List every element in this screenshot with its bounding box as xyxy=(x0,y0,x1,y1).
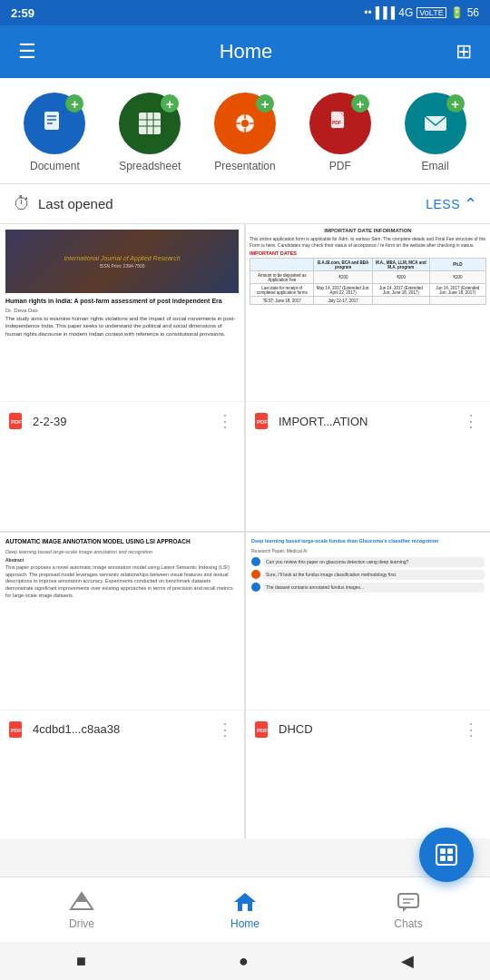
file-name-3: 4cdbd1...c8aa38 xyxy=(33,722,208,736)
back-button[interactable]: ◀ xyxy=(401,951,414,971)
file-card-2[interactable]: IMPORTANT DATE INFORMATION This online a… xyxy=(246,224,490,531)
chat-bubble-1: Can you review this paper on glaucoma de… xyxy=(263,557,485,567)
nav-item-chats[interactable]: Chats xyxy=(327,882,490,937)
presentation-circle: + xyxy=(214,93,276,154)
action-presentation[interactable]: + Presentation xyxy=(214,93,276,172)
bottom-navigation: Drive Home Chats xyxy=(0,877,490,942)
preview-table-title: IMPORTANT DATE INFORMATION xyxy=(250,228,486,233)
status-time: 2:59 xyxy=(11,6,34,20)
file-preview-3: AUTOMATIC IMAGE ANNOTATION MODEL USING L… xyxy=(0,533,244,710)
svg-rect-37 xyxy=(398,894,418,907)
file-footer-2: PDF IMPORT...ATION ⋮ xyxy=(246,401,490,440)
preview-chat-msg-2: Sure, I'll look at the fundus image clas… xyxy=(251,570,485,580)
file-preview-2: IMPORTANT DATE INFORMATION This online a… xyxy=(246,224,490,401)
hamburger-menu-icon[interactable]: ☰ xyxy=(13,34,42,69)
preview-paper-body: This paper proposes a novel automatic im… xyxy=(5,564,239,599)
preview-doc1-body: The study aims to examine human rights v… xyxy=(5,315,239,338)
network-type: 4G xyxy=(398,6,413,19)
svg-text:PDF: PDF xyxy=(257,419,268,425)
preview-table-subtitle: This online application form is applicab… xyxy=(250,236,486,248)
action-label-email: Email xyxy=(422,160,449,172)
grid-view-icon[interactable]: ⊞ xyxy=(450,34,477,69)
action-label-spreadsheet: Spreadsheet xyxy=(119,160,181,172)
main-content: + Document + Spreadsheet xyxy=(0,78,490,838)
sort-row-left: ⏱ Last opened xyxy=(13,193,418,214)
nav-label-home: Home xyxy=(230,917,260,930)
action-document[interactable]: + Document xyxy=(24,93,85,172)
drive-icon xyxy=(69,889,94,915)
email-icon xyxy=(420,108,451,139)
file-name-4: DHCD xyxy=(279,722,454,736)
sort-toggle[interactable]: LESS ⌃ xyxy=(426,194,477,214)
file-card-1[interactable]: International Journal of Applied Researc… xyxy=(0,224,244,531)
header-title: Home xyxy=(220,40,273,64)
plus-badge-pdf: + xyxy=(351,94,369,113)
preview-paper-content: AUTOMATIC IMAGE ANNOTATION MODEL USING L… xyxy=(0,533,244,710)
battery-icon: 🔋 xyxy=(450,6,464,19)
pdf-icon: PDF xyxy=(325,108,356,139)
chevron-up-icon: ⌃ xyxy=(464,194,477,214)
preview-doc1-author: Dr. Deva Das xyxy=(5,308,239,313)
nav-label-chats: Chats xyxy=(394,917,422,930)
plus-badge-spreadsheet: + xyxy=(161,94,179,113)
action-label-presentation: Presentation xyxy=(214,160,275,172)
svg-text:PDF: PDF xyxy=(11,419,22,425)
system-navigation: ■ ● ◀ xyxy=(0,942,490,980)
file-footer-4: PDF DHCD ⋮ xyxy=(246,710,490,749)
nav-item-home[interactable]: Home xyxy=(163,882,327,937)
more-options-icon-2[interactable]: ⋮ xyxy=(459,409,483,433)
preview-chat-authors: Research Paper, Medical AI xyxy=(251,548,485,554)
preview-table-content: IMPORTANT DATE INFORMATION This online a… xyxy=(246,224,490,401)
spreadsheet-circle: + xyxy=(119,93,181,154)
preview-mini-table: B.A./B.com, BCA and BBA program M.A., MB… xyxy=(250,258,486,305)
nav-item-drive[interactable]: Drive xyxy=(0,882,163,937)
fab-icon xyxy=(434,842,459,867)
svg-text:PDF: PDF xyxy=(332,120,341,125)
file-footer-1: PDF 2-2-39 ⋮ xyxy=(0,401,244,440)
app-header: ☰ Home ⊞ xyxy=(0,25,490,78)
svg-marker-38 xyxy=(403,907,407,912)
battery-level: 56 xyxy=(467,6,479,19)
more-options-icon-3[interactable]: ⋮ xyxy=(213,718,237,741)
nav-label-drive: Drive xyxy=(69,917,94,930)
sort-less-label: LESS xyxy=(426,197,460,211)
action-email[interactable]: + Email xyxy=(405,93,466,172)
action-spreadsheet[interactable]: + Spreadsheet xyxy=(119,93,181,172)
file-name-2: IMPORT...ATION xyxy=(279,415,454,428)
svg-rect-28 xyxy=(436,845,456,865)
files-grid: International Journal of Applied Researc… xyxy=(0,224,490,838)
action-label-pdf: PDF xyxy=(329,160,351,172)
pdf-icon-3: PDF xyxy=(7,720,27,740)
preview-chat-title: Deep learning based large-scale fundus t… xyxy=(251,538,485,545)
header-left: ☰ xyxy=(13,34,42,69)
file-card-3[interactable]: AUTOMATIC IMAGE ANNOTATION MODEL USING L… xyxy=(0,533,244,839)
sort-label: Last opened xyxy=(38,196,113,211)
file-card-4[interactable]: Deep learning based large-scale fundus t… xyxy=(246,533,490,839)
pdf-circle: PDF + xyxy=(309,93,371,154)
preview-important-dates: IMPORTANT DATES xyxy=(250,250,486,256)
status-bar: 2:59 ••▐▐▐ 4G VoLTE 🔋 56 xyxy=(0,0,490,25)
fab-button[interactable] xyxy=(419,828,474,882)
home-button[interactable]: ● xyxy=(239,952,249,971)
recents-button[interactable]: ■ xyxy=(76,952,86,971)
spreadsheet-icon xyxy=(134,108,165,139)
chats-icon xyxy=(396,889,421,915)
svg-rect-31 xyxy=(440,856,446,861)
action-pdf[interactable]: PDF + PDF xyxy=(309,93,371,172)
more-options-icon-4[interactable]: ⋮ xyxy=(459,718,483,741)
avatar-1 xyxy=(251,557,260,566)
svg-rect-30 xyxy=(447,848,453,854)
preview-doc1-image: International Journal of Applied Researc… xyxy=(5,230,239,293)
preview-paper-abstract-label: Abstract xyxy=(5,557,239,563)
quick-actions-row: + Document + Spreadsheet xyxy=(0,78,490,184)
file-name-1: 2-2-39 xyxy=(33,415,208,428)
more-options-icon-1[interactable]: ⋮ xyxy=(213,409,237,433)
avatar-3 xyxy=(251,583,260,592)
pdf-icon-1: PDF xyxy=(7,411,27,431)
svg-text:PDF: PDF xyxy=(257,728,268,733)
preview-chat-content: Deep learning based large-scale fundus t… xyxy=(246,533,490,710)
svg-rect-4 xyxy=(139,113,161,134)
avatar-2 xyxy=(251,570,260,579)
sort-row: ⏱ Last opened LESS ⌃ xyxy=(0,184,490,224)
preview-paper-subtitle: Deep learning based large-scale image an… xyxy=(5,549,239,554)
